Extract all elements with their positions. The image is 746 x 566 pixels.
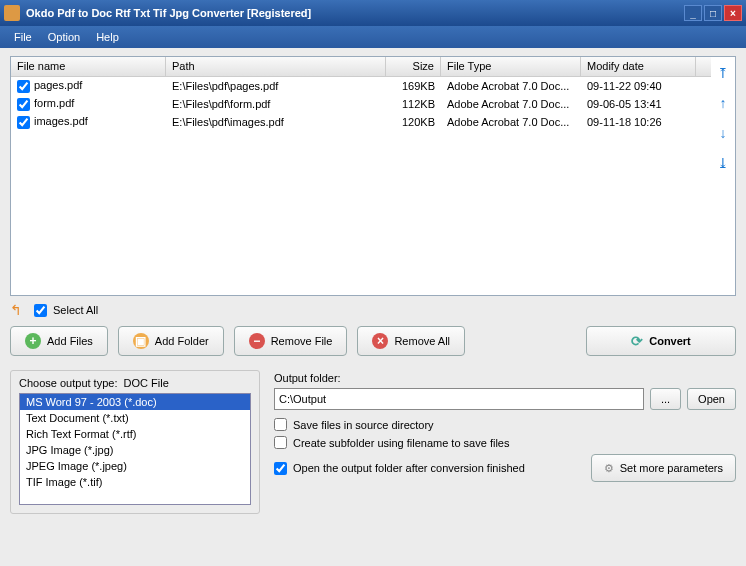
table-row[interactable]: images.pdfE:\Files\pdf\images.pdf120KBAd… bbox=[11, 113, 711, 131]
output-type-item[interactable]: Rich Text Format (*.rtf) bbox=[20, 426, 250, 442]
close-button[interactable]: × bbox=[724, 5, 742, 21]
save-in-source-label: Save files in source directory bbox=[293, 419, 434, 431]
table-row[interactable]: form.pdfE:\Files\pdf\form.pdf112KBAdobe … bbox=[11, 95, 711, 113]
col-path[interactable]: Path bbox=[166, 57, 386, 76]
set-more-parameters-button[interactable]: ⚙ Set more parameters bbox=[591, 454, 736, 482]
file-name: images.pdf bbox=[34, 115, 88, 127]
menu-file[interactable]: File bbox=[6, 29, 40, 45]
open-folder-button[interactable]: Open bbox=[687, 388, 736, 410]
file-date: 09-06-05 13:41 bbox=[581, 98, 696, 110]
menu-bar: File Option Help bbox=[0, 26, 746, 48]
output-type-item[interactable]: MS Word 97 - 2003 (*.doc) bbox=[20, 394, 250, 410]
file-name: form.pdf bbox=[34, 97, 74, 109]
output-type-item[interactable]: JPG Image (*.jpg) bbox=[20, 442, 250, 458]
more-params-label: Set more parameters bbox=[620, 462, 723, 474]
convert-icon: ⟳ bbox=[631, 333, 643, 349]
col-filetype[interactable]: File Type bbox=[441, 57, 581, 76]
output-folder-panel: Output folder: ... Open Save files in so… bbox=[274, 370, 736, 514]
minus-icon: − bbox=[249, 333, 265, 349]
menu-option[interactable]: Option bbox=[40, 29, 88, 45]
plus-icon: + bbox=[25, 333, 41, 349]
create-subfolder-checkbox[interactable] bbox=[274, 436, 287, 449]
add-files-label: Add Files bbox=[47, 335, 93, 347]
output-type-panel: Choose output type: DOC File MS Word 97 … bbox=[10, 370, 260, 514]
file-type: Adobe Acrobat 7.0 Doc... bbox=[441, 80, 581, 92]
table-row[interactable]: pages.pdfE:\Files\pdf\pages.pdf169KBAdob… bbox=[11, 77, 711, 95]
gear-icon: ⚙ bbox=[604, 462, 614, 475]
file-list-body[interactable]: pages.pdfE:\Files\pdf\pages.pdf169KBAdob… bbox=[11, 77, 711, 295]
file-name: pages.pdf bbox=[34, 79, 82, 91]
menu-help[interactable]: Help bbox=[88, 29, 127, 45]
file-path: E:\Files\pdf\form.pdf bbox=[166, 98, 386, 110]
output-folder-input[interactable] bbox=[274, 388, 644, 410]
file-list-header: File name Path Size File Type Modify dat… bbox=[11, 57, 711, 77]
convert-button[interactable]: ⟳ Convert bbox=[586, 326, 736, 356]
file-checkbox[interactable] bbox=[17, 98, 30, 111]
remove-all-button[interactable]: × Remove All bbox=[357, 326, 465, 356]
col-modifydate[interactable]: Modify date bbox=[581, 57, 696, 76]
file-date: 09-11-22 09:40 bbox=[581, 80, 696, 92]
save-in-source-checkbox[interactable] bbox=[274, 418, 287, 431]
output-type-item[interactable]: TIF Image (*.tif) bbox=[20, 474, 250, 490]
maximize-button[interactable]: □ bbox=[704, 5, 722, 21]
file-checkbox[interactable] bbox=[17, 80, 30, 93]
minimize-button[interactable]: _ bbox=[684, 5, 702, 21]
file-type: Adobe Acrobat 7.0 Doc... bbox=[441, 116, 581, 128]
output-type-current: DOC File bbox=[124, 377, 169, 389]
move-up-button[interactable]: ↑ bbox=[714, 93, 732, 113]
add-folder-button[interactable]: ▣ Add Folder bbox=[118, 326, 224, 356]
move-top-button[interactable]: ⤒ bbox=[714, 63, 732, 83]
window-title: Okdo Pdf to Doc Rtf Txt Tif Jpg Converte… bbox=[26, 7, 682, 19]
file-list-panel: File name Path Size File Type Modify dat… bbox=[10, 56, 736, 296]
folder-icon: ▣ bbox=[133, 333, 149, 349]
open-after-checkbox[interactable] bbox=[274, 462, 287, 475]
file-type: Adobe Acrobat 7.0 Doc... bbox=[441, 98, 581, 110]
remove-file-label: Remove File bbox=[271, 335, 333, 347]
move-down-button[interactable]: ↓ bbox=[714, 123, 732, 143]
add-folder-label: Add Folder bbox=[155, 335, 209, 347]
select-all-checkbox[interactable] bbox=[34, 304, 47, 317]
file-size: 120KB bbox=[386, 116, 441, 128]
up-folder-icon[interactable]: ↰ bbox=[10, 302, 22, 318]
remove-all-icon: × bbox=[372, 333, 388, 349]
move-bottom-button[interactable]: ⤓ bbox=[714, 153, 732, 173]
col-filename[interactable]: File name bbox=[11, 57, 166, 76]
file-size: 112KB bbox=[386, 98, 441, 110]
output-type-item[interactable]: JPEG Image (*.jpeg) bbox=[20, 458, 250, 474]
convert-label: Convert bbox=[649, 335, 691, 347]
remove-all-label: Remove All bbox=[394, 335, 450, 347]
file-checkbox[interactable] bbox=[17, 116, 30, 129]
add-files-button[interactable]: + Add Files bbox=[10, 326, 108, 356]
create-subfolder-label: Create subfolder using filename to save … bbox=[293, 437, 509, 449]
select-all-label: Select All bbox=[53, 304, 98, 316]
output-folder-label: Output folder: bbox=[274, 372, 736, 384]
open-after-label: Open the output folder after conversion … bbox=[293, 462, 525, 474]
file-size: 169KB bbox=[386, 80, 441, 92]
output-type-item[interactable]: Text Document (*.txt) bbox=[20, 410, 250, 426]
output-type-list[interactable]: MS Word 97 - 2003 (*.doc)Text Document (… bbox=[19, 393, 251, 505]
file-path: E:\Files\pdf\pages.pdf bbox=[166, 80, 386, 92]
browse-button[interactable]: ... bbox=[650, 388, 681, 410]
col-size[interactable]: Size bbox=[386, 57, 441, 76]
app-icon bbox=[4, 5, 20, 21]
file-date: 09-11-18 10:26 bbox=[581, 116, 696, 128]
reorder-buttons: ⤒ ↑ ↓ ⤓ bbox=[711, 57, 735, 295]
title-bar: Okdo Pdf to Doc Rtf Txt Tif Jpg Converte… bbox=[0, 0, 746, 26]
file-path: E:\Files\pdf\images.pdf bbox=[166, 116, 386, 128]
output-type-label: Choose output type: bbox=[19, 377, 117, 389]
remove-file-button[interactable]: − Remove File bbox=[234, 326, 348, 356]
